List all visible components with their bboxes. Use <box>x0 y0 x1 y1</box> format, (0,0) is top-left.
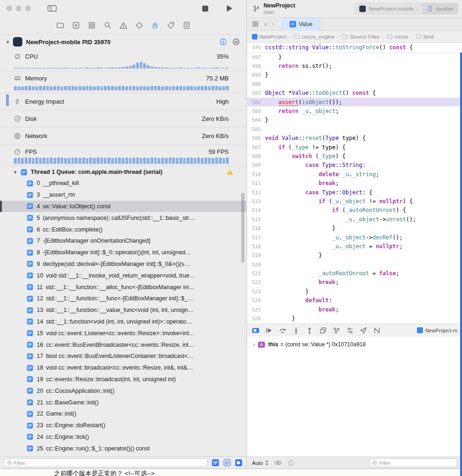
code-line-513[interactable]: 513 if (_u._object != nullptr) { <box>247 197 462 205</box>
breadcrumb-item-3[interactable]: cocos <box>387 33 409 40</box>
stack-frame-20[interactable]: 20cc::CocosApplication::init() <box>0 385 246 397</box>
line-number[interactable]: 526 <box>247 316 265 321</box>
code-line-521[interactable]: 521 _autoRootUnroot = false; <box>247 269 462 278</box>
code-line-519[interactable]: 519 } <box>247 251 462 260</box>
code-line-514[interactable]: 514 if (_autoRootUnroot) { <box>247 206 462 215</box>
line-number[interactable]: 506 <box>247 135 265 141</box>
code-text[interactable]: break; <box>265 180 339 186</box>
breakpoints-toggle-button[interactable] <box>252 327 259 334</box>
back-button[interactable]: ‹ <box>264 20 267 28</box>
line-number[interactable]: 515 <box>247 217 265 222</box>
code-line-524[interactable]: 524 default: <box>247 296 462 305</box>
stack-frame-15[interactable]: 15void cc::event::Listener<cc::events::R… <box>0 327 246 339</box>
code-line-502[interactable]: 502 assert(isObject()); <box>247 98 462 106</box>
stack-frame-22[interactable]: 22Game::init() <box>0 408 246 420</box>
code-line-476[interactable]: 476ccstd::string Value::toStringForce() … <box>247 43 462 52</box>
toggle-navigator-icon[interactable] <box>47 5 57 12</box>
code-line-499[interactable]: 499} <box>247 71 462 79</box>
code-text[interactable]: Object *Value::toObject() const { <box>265 90 376 96</box>
code-text[interactable]: delete _u._string; <box>265 171 379 178</box>
breadcrumb-item-0[interactable]: NewProject <box>252 34 287 40</box>
stack-frame-23[interactable]: 23cc::Engine::doRestart() <box>0 420 246 431</box>
code-text[interactable]: } <box>265 252 322 258</box>
line-number[interactable]: 509 <box>247 162 265 168</box>
print-description-icon[interactable] <box>288 460 294 466</box>
code-text[interactable]: switch (_type) { <box>265 153 345 159</box>
variables-filter-input[interactable] <box>379 460 455 466</box>
stack-frame-10[interactable]: 10void std::__1::__invoke_void_return_wr… <box>0 270 246 281</box>
line-number[interactable]: 510 <box>247 172 265 177</box>
scheme-chip[interactable]: NewProject-mobile › <box>355 3 422 14</box>
code-line-511[interactable]: 511 break; <box>247 178 462 187</box>
debug-navigator-button[interactable] <box>151 21 159 29</box>
stop-button[interactable] <box>202 6 208 12</box>
code-text[interactable]: break; <box>265 306 339 313</box>
line-number[interactable]: 499 <box>247 72 265 78</box>
process-row[interactable]: ▾ NewProject-mobile PID 35970 <box>0 34 246 49</box>
code-line-508[interactable]: 508 switch (_type) { <box>247 152 462 160</box>
line-number[interactable]: 511 <box>247 180 265 186</box>
scrollbar-thumb[interactable] <box>241 193 244 263</box>
stack-frame-0[interactable]: 0__pthread_kill <box>0 178 246 189</box>
code-line-509[interactable]: 509 case Type::String: <box>247 161 462 170</box>
stack-frame-16[interactable]: 16cc::event::BusEventBroadcaster<cc::eve… <box>0 339 246 350</box>
line-number[interactable]: 501 <box>247 90 265 96</box>
stack-frame-18[interactable]: 18void cc::event::broadcast<cc::events::… <box>0 362 246 374</box>
stack-frame-7[interactable]: 7-[EditboxManager onOrientationChanged] <box>0 235 246 247</box>
code-text[interactable]: case Type::Object: { <box>265 189 372 196</box>
source-control-navigator-button[interactable] <box>72 21 80 29</box>
code-line-503[interactable]: 503 return _u._object; <box>247 106 462 115</box>
line-number[interactable]: 512 <box>247 190 265 195</box>
stack-frame-4[interactable]: 4se::Value::toObject() const <box>0 201 246 212</box>
quicklook-eye-icon[interactable] <box>274 460 282 466</box>
debug-process-crumb[interactable]: NewProject-m <box>417 327 457 333</box>
run-button[interactable] <box>227 5 232 12</box>
show-crashed-only-button[interactable] <box>223 459 231 467</box>
code-text[interactable]: ccstd::string Value::toStringForce() con… <box>265 44 413 51</box>
zoom-button[interactable] <box>25 6 31 11</box>
stack-frame-13[interactable]: 13std::__1::__function::__value_func<voi… <box>0 304 246 316</box>
code-text[interactable]: } <box>265 117 268 123</box>
report-navigator-button[interactable] <box>183 21 191 29</box>
filter-input[interactable] <box>14 460 205 466</box>
info-icon[interactable] <box>219 38 227 46</box>
test-navigator-button[interactable] <box>135 21 143 29</box>
breadcrumb-item-1[interactable]: cocos_engine <box>294 33 335 40</box>
code-line-516[interactable]: 516 } <box>247 224 462 232</box>
line-number[interactable]: 504 <box>247 117 265 123</box>
step-into-button[interactable] <box>292 327 300 334</box>
code-text[interactable]: if (_autoRootUnroot) { <box>265 207 406 213</box>
code-line-500[interactable]: 500 <box>247 79 462 88</box>
line-number[interactable]: 520 <box>247 262 265 267</box>
gauge-memory[interactable]: Memory75.2 MB <box>0 71 246 93</box>
code-line-520[interactable]: 520 <box>247 260 462 269</box>
line-number[interactable]: 507 <box>247 145 265 150</box>
line-number[interactable]: 523 <box>247 289 265 294</box>
code-line-517[interactable]: 517 _u._object->decRef(); <box>247 233 462 242</box>
line-number[interactable]: 500 <box>247 81 265 87</box>
code-text[interactable]: } <box>265 288 309 295</box>
step-over-button[interactable] <box>279 327 286 334</box>
code-line-504[interactable]: 504} <box>247 116 462 125</box>
code-text[interactable]: } <box>265 72 268 78</box>
find-navigator-button[interactable] <box>104 21 112 29</box>
tab-value[interactable]: C Value <box>282 18 321 31</box>
line-number[interactable]: 502 <box>247 99 265 105</box>
code-line-515[interactable]: 515 _u._object->unroot(); <box>247 215 462 224</box>
code-text[interactable]: if (_type != type) { <box>265 144 345 151</box>
code-line-497[interactable]: 497 } <box>247 53 462 61</box>
code-line-523[interactable]: 523 } <box>247 287 462 296</box>
stack-frame-9[interactable]: 9decltype(std::declval<-[EditboxManager … <box>0 258 246 270</box>
code-text[interactable]: _autoRootUnroot = false; <box>265 270 399 277</box>
environment-overrides-button[interactable] <box>346 327 354 334</box>
debug-view-hierarchy-button[interactable] <box>319 327 327 334</box>
stack-frame-17[interactable]: 17bool cc::event::BusEventListenerContai… <box>0 350 246 362</box>
step-out-button[interactable] <box>306 327 313 334</box>
stack-frame-14[interactable]: 14std::__1::function<void (int, int, uns… <box>0 316 246 328</box>
line-number[interactable]: 525 <box>247 307 265 312</box>
gauge-network[interactable]: NetworkZero KB/s <box>0 127 246 145</box>
gauge-cpu[interactable]: CPU35% <box>0 49 246 71</box>
line-number[interactable]: 497 <box>247 54 265 60</box>
code-line-526[interactable]: 526 } <box>247 314 462 323</box>
code-text[interactable]: break; <box>265 279 339 285</box>
